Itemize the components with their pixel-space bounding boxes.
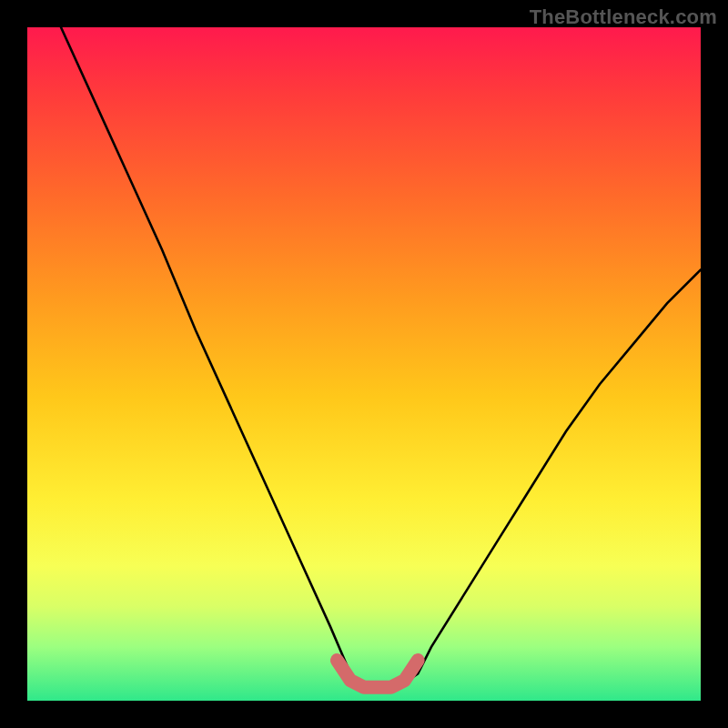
chart-frame: TheBottleneck.com xyxy=(0,0,728,728)
watermark-text: TheBottleneck.com xyxy=(530,5,717,29)
optimal-band-marker xyxy=(337,661,418,688)
bottleneck-curve xyxy=(61,27,701,687)
chart-plot-area xyxy=(27,27,701,701)
chart-svg xyxy=(27,27,701,701)
